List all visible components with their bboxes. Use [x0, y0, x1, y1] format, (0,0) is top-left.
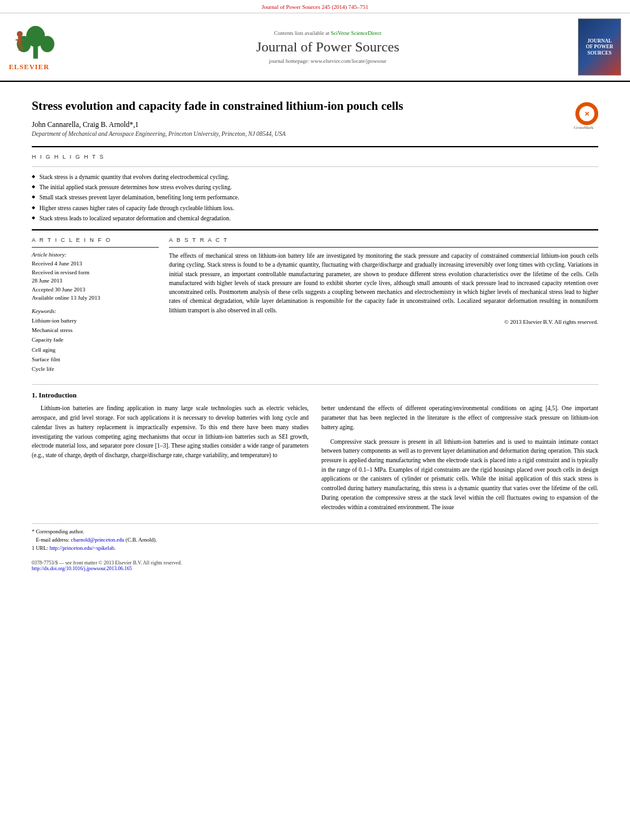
contents-available-line: Contents lists available at SciVerse Sci…	[85, 30, 570, 36]
highlight-item-5: Stack stress leads to localized separato…	[32, 215, 598, 223]
svg-point-4	[17, 31, 23, 37]
keyword-4: Cell aging	[32, 345, 159, 355]
highlight-item-3: Small stack stresses prevent layer delam…	[32, 194, 598, 202]
footnote-divider	[32, 523, 598, 524]
elsevier-branding: ELSEVIER	[9, 23, 85, 70]
article-info-column: A R T I C L E I N F O Article history: R…	[32, 237, 159, 374]
title-area: ✕ CrossMark Stress evolution and capacit…	[32, 98, 598, 114]
article-authors: John Cannarella, Craig B. Arnold*,1	[32, 121, 598, 128]
article-affiliation: Department of Mechanical and Aerospace E…	[32, 131, 598, 137]
abstract-column: A B S T R A C T The effects of mechanica…	[169, 237, 598, 374]
abstract-divider	[169, 247, 598, 248]
highlights-list: Stack stress is a dynamic quantity that …	[32, 173, 598, 223]
highlights-divider-top	[32, 146, 598, 147]
sciverse-link[interactable]: SciVerse ScienceDirect	[331, 30, 382, 36]
svg-rect-7	[18, 44, 20, 50]
keyword-6: Cycle life	[32, 364, 159, 374]
highlight-item-4: Higher stress causes higher rates of cap…	[32, 204, 598, 213]
citation-text: Journal of Power Sources 245 (2014) 745–…	[262, 4, 368, 10]
copyright-text: © 2013 Elsevier B.V. All rights reserved…	[169, 319, 598, 325]
elsevier-tree-icon	[9, 23, 63, 62]
keyword-1: Lithium-ion battery	[32, 316, 159, 326]
body-para-left-1: Lithium-ion batteries are finding applic…	[32, 404, 309, 460]
elsevier-logo: ELSEVIER	[9, 23, 85, 70]
article-info-abstract-section: A R T I C L E I N F O Article history: R…	[32, 237, 598, 374]
body-para-right-2: Compressive stack pressure is present in…	[321, 437, 598, 512]
journal-thumbnail-area: JOURNALOF POWERSOURCES	[570, 18, 621, 76]
body-section: 1. Introduction Lithium-ion batteries ar…	[32, 384, 598, 517]
highlights-label: H I G H L I G H T S	[32, 154, 598, 160]
email-footnote: E-mail address: cbarnold@princeton.edu (…	[32, 536, 598, 544]
highlights-divider	[32, 166, 598, 167]
abstract-label: A B S T R A C T	[169, 237, 598, 243]
body-col-left: Lithium-ion batteries are finding applic…	[32, 404, 309, 517]
highlight-item-2: The initial applied stack pressure deter…	[32, 183, 598, 192]
journal-homepage: journal homepage: www.elsevier.com/locat…	[85, 58, 570, 64]
body-para-right-1: better understand the effects of differe…	[321, 404, 598, 432]
journal-header-center: Contents lists available at SciVerse Sci…	[85, 30, 570, 64]
corresponding-author: * Corresponding author.	[32, 528, 598, 536]
svg-rect-5	[18, 36, 22, 44]
article-info-label: A R T I C L E I N F O	[32, 237, 159, 243]
section1-heading: 1. Introduction	[32, 391, 598, 399]
abstract-text: The effects of mechanical stress on lith…	[169, 251, 598, 315]
svg-point-3	[40, 36, 54, 52]
elsevier-label: ELSEVIER	[9, 63, 50, 70]
bottom-bar: 0378-7753/$ — see front matter © 2013 El…	[32, 560, 598, 571]
author-url[interactable]: http://princeton.edu/~spikelab.	[50, 545, 116, 551]
article-dates: Received 4 June 2013 Received in revised…	[32, 260, 159, 303]
url-footnote: 1 URL: http://princeton.edu/~spikelab.	[32, 544, 598, 552]
keywords-section: Keywords: Lithium-ion battery Mechanical…	[32, 308, 159, 375]
article-info-underline	[32, 247, 159, 248]
keywords-label: Keywords:	[32, 308, 159, 314]
crossmark-icon: ✕	[575, 102, 598, 125]
journal-header: ELSEVIER Contents lists available at Sci…	[0, 13, 630, 82]
body-col-right: better understand the effects of differe…	[321, 404, 598, 517]
article-info-divider-top	[32, 229, 598, 230]
keyword-2: Mechanical stress	[32, 326, 159, 335]
keyword-5: Surface film	[32, 355, 159, 364]
keyword-3: Capacity fade	[32, 335, 159, 345]
journal-cover-thumbnail: JOURNALOF POWERSOURCES	[578, 18, 621, 76]
body-top-divider	[32, 384, 598, 385]
article-history-label: Article history:	[32, 251, 159, 258]
svg-rect-8	[21, 44, 23, 50]
doi-link[interactable]: http://dx.doi.org/10.1016/j.jpowsour.201…	[32, 566, 132, 571]
footnotes-area: * Corresponding author. E-mail address: …	[32, 528, 598, 552]
journal-citation: Journal of Power Sources 245 (2014) 745–…	[0, 0, 630, 13]
issn-text: 0378-7753/$ — see front matter © 2013 El…	[32, 560, 598, 566]
highlight-item-1: Stack stress is a dynamic quantity that …	[32, 173, 598, 182]
article-title: Stress evolution and capacity fade in co…	[32, 98, 598, 114]
journal-title: Journal of Power Sources	[85, 39, 570, 55]
body-two-col: Lithium-ion batteries are finding applic…	[32, 404, 598, 517]
author-email[interactable]: cbarnold@princeton.edu	[71, 537, 124, 543]
crossmark-badge: ✕ CrossMark	[569, 101, 598, 130]
article-content: ✕ CrossMark Stress evolution and capacit…	[0, 82, 630, 582]
doi-line: http://dx.doi.org/10.1016/j.jpowsour.201…	[32, 566, 598, 571]
